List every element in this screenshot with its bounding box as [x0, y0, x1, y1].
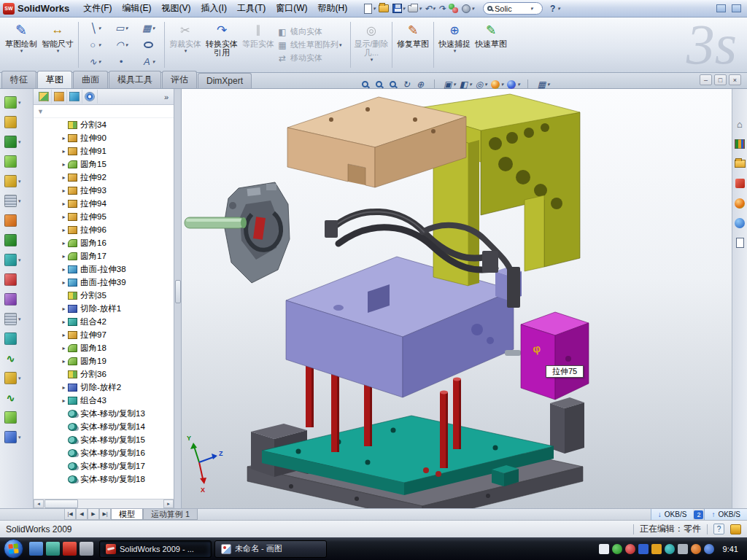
sketch-pattern-tool-button[interactable]: ▦ ▾ [135, 20, 162, 36]
expand-arrow-icon[interactable]: ▸ [60, 240, 68, 246]
text-tool-button[interactable]: A ▾ [135, 53, 162, 70]
tray-icon[interactable] [599, 544, 609, 554]
restore-button[interactable]: □ [714, 74, 727, 85]
mirror-entities-button[interactable]: ◧ 镜向实体 [276, 26, 348, 37]
tray-icon[interactable] [625, 544, 635, 554]
hide-show-items-button[interactable]: ◎ ▾ [474, 77, 489, 91]
zoom-area-button[interactable] [373, 77, 386, 91]
tree-item[interactable]: ▸ 切除-放样1 [34, 302, 174, 315]
design-library-button[interactable] [734, 138, 746, 150]
tree-item[interactable]: 实体-移动/复制13 [34, 407, 174, 420]
rotate-view-button[interactable]: ↻ [400, 77, 414, 91]
window-switcher-button[interactable] [46, 542, 60, 556]
expand-arrow-icon[interactable]: ▸ [60, 266, 68, 273]
left-toolbar-button[interactable] [0, 270, 33, 289]
tab-nav-button[interactable]: ▶ [88, 509, 99, 520]
expand-arrow-icon[interactable]: ▸ [60, 332, 68, 338]
tree-item[interactable]: 实体-移动/复制18 [34, 472, 174, 486]
close-button[interactable]: × [729, 74, 741, 85]
configurationmanager-tab[interactable] [67, 90, 82, 104]
tree-item[interactable]: ▸ 拉伸95 [34, 210, 174, 223]
left-toolbar-button[interactable]: ▾ [0, 309, 33, 329]
launcher-shortcut[interactable] [80, 542, 93, 556]
minimize-button[interactable]: – [700, 74, 712, 85]
command-tab[interactable]: DimXpert [198, 73, 252, 88]
tree-item[interactable]: ▸ 圆角16 [34, 236, 174, 249]
tray-icon[interactable] [651, 544, 662, 554]
tree-item[interactable]: 分割34 [34, 118, 174, 131]
tray-icon[interactable] [665, 544, 675, 554]
menu-item[interactable]: 插入(I) [196, 0, 232, 17]
display-delete-relations-button[interactable]: ◎ 显示/删除几... ▾ [353, 19, 390, 71]
menu-item[interactable]: 文件(F) [78, 0, 117, 17]
left-toolbar-button[interactable]: ▾ [0, 250, 33, 270]
command-tab[interactable]: 特征 [1, 71, 36, 88]
tree-item[interactable]: ▸ 圆角18 [34, 341, 174, 354]
expand-arrow-icon[interactable]: ▸ [60, 214, 68, 220]
left-toolbar-button[interactable] [0, 152, 33, 171]
tree-item[interactable]: ▸ 圆角17 [34, 249, 174, 262]
spline-tool-button[interactable]: ∿ ▾ [81, 53, 108, 70]
apply-scene-button[interactable]: ▾ [506, 77, 522, 91]
tree-item[interactable]: ▸ 圆角15 [34, 158, 174, 171]
panel-chevron[interactable]: » [164, 93, 171, 101]
core-block-part[interactable] [286, 257, 521, 397]
hud-separator[interactable] [428, 77, 441, 91]
filter-icon[interactable]: ▼ [37, 108, 44, 115]
open-document-button[interactable] [377, 1, 391, 16]
left-toolbar-button[interactable] [0, 230, 33, 250]
rectangle-tool-button[interactable]: ▭ ▾ [108, 20, 135, 36]
slide-block-part[interactable]: φ [521, 312, 589, 400]
expand-arrow-icon[interactable]: ▸ [60, 279, 68, 286]
quick-snaps-button[interactable]: ▦ ▾ [536, 77, 551, 91]
toggle-view-icon[interactable] [732, 4, 741, 12]
featuremanager-tab[interactable] [36, 90, 52, 104]
search-panel-button[interactable] [734, 177, 746, 190]
tree-item[interactable]: ▸ 切除-放样2 [34, 381, 174, 394]
repair-sketch-button[interactable]: ✎ 修复草图 [395, 19, 431, 71]
panel-splitter[interactable] [174, 89, 182, 508]
expand-arrow-icon[interactable]: ▸ [60, 319, 68, 325]
ellipse-tool-button[interactable] [135, 36, 162, 53]
tree-item[interactable]: ▸ 曲面-拉伸38 [34, 262, 174, 276]
tree-item[interactable]: ▸ 拉伸92 [34, 171, 174, 184]
left-toolbar-button[interactable]: ▾ [0, 191, 33, 211]
left-toolbar-button[interactable]: ▾ [0, 427, 33, 447]
propertymanager-tab[interactable] [52, 90, 67, 104]
status-tag-icon[interactable] [730, 524, 741, 534]
left-toolbar-button[interactable] [0, 329, 33, 349]
options-button[interactable]: ▾ [460, 1, 476, 16]
print-document-button[interactable]: ▾ [406, 1, 423, 16]
move-entities-button[interactable]: ⇄ 移动实体 [276, 52, 348, 63]
status-help-icon[interactable]: ? [713, 524, 724, 534]
pan-view-button[interactable]: ⊕ [414, 77, 427, 91]
rebuild-button[interactable] [447, 1, 460, 16]
tree-item[interactable]: ▸ 曲面-拉伸39 [34, 276, 174, 289]
tree-item[interactable]: ▸ 组合43 [34, 394, 174, 407]
left-toolbar-button[interactable]: ▾ [0, 93, 33, 112]
expand-arrow-icon[interactable]: ▸ [60, 187, 68, 194]
left-toolbar-button[interactable]: ▾ [0, 132, 33, 152]
zoom-in-out-button[interactable] [387, 77, 400, 91]
dimxpertmanager-tab[interactable] [82, 90, 98, 104]
left-toolbar-button[interactable] [0, 112, 33, 132]
show-desktop-button[interactable] [29, 542, 43, 556]
redo-button[interactable]: ↷ [436, 1, 447, 16]
view-orientation-button[interactable]: ▣ ▾ [442, 77, 457, 91]
tray-icon[interactable] [691, 544, 701, 554]
custom-properties-button[interactable] [734, 236, 746, 249]
line-tool-button[interactable]: ╲ ▾ [81, 20, 108, 36]
expand-arrow-icon[interactable]: ▸ [60, 397, 68, 404]
tree-item[interactable]: 实体-移动/复制17 [34, 459, 174, 472]
file-explorer-button[interactable] [734, 158, 746, 170]
left-toolbar-button[interactable] [0, 289, 33, 309]
tray-icon[interactable] [704, 544, 714, 554]
toggle-panel-icon[interactable] [716, 4, 726, 12]
new-document-button[interactable]: ▾ [363, 1, 377, 16]
task-button[interactable]: 未命名 - 画图 [214, 540, 327, 558]
appearances-button[interactable] [734, 197, 746, 209]
menu-item[interactable]: 编辑(E) [117, 0, 157, 17]
model-tab[interactable]: 模型 [111, 509, 143, 520]
expand-arrow-icon[interactable]: ▸ [60, 306, 68, 312]
solidworks-shortcut[interactable] [63, 542, 77, 556]
